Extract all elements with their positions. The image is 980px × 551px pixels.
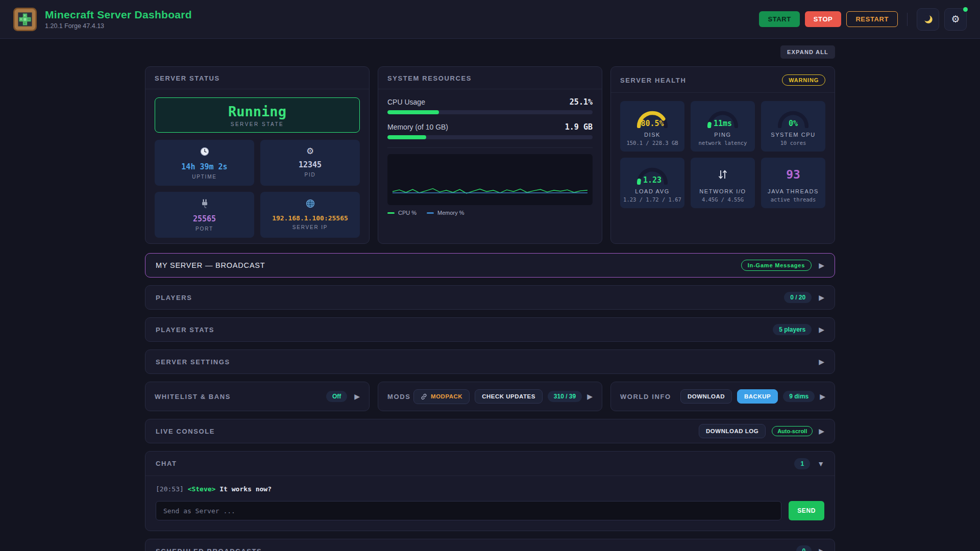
system-cpu-gauge-tile: 0% SYSTEM CPU 10 cores (761, 101, 825, 152)
chevron-right-icon[interactable]: ▶ (354, 393, 360, 400)
cpu-progress-fill (387, 110, 439, 114)
chevron-down-icon[interactable]: ▼ (817, 460, 824, 467)
memory-legend-swatch (427, 212, 434, 214)
uptime-tile: 14h 39m 2s UPTIME (155, 140, 254, 186)
modpack-button[interactable]: MODPACK (413, 389, 470, 404)
memory-label: Memory (of 10 GB) (387, 123, 448, 131)
disk-label: DISK (622, 132, 682, 138)
memory-legend-label: Memory % (437, 210, 464, 216)
load-avg-value: 1.23 (622, 176, 682, 185)
pid-label: PID (263, 172, 357, 178)
chat-title: CHAT (156, 460, 177, 467)
port-tile: 25565 PORT (155, 192, 254, 238)
header-divider (907, 13, 908, 26)
players-title: PLAYERS (156, 294, 192, 302)
download-log-button[interactable]: DOWNLOAD LOG (699, 424, 766, 438)
theme-toggle-button[interactable] (917, 8, 939, 31)
gear-icon: ⚙ (951, 14, 960, 24)
cpu-usage-value: 25.1% (570, 97, 593, 107)
app-header: Minecraft Server Dashboard 1.20.1 Forge … (0, 0, 980, 39)
system-resources-card: SYSTEM RESOURCES CPU Usage 25.1% Memory … (378, 66, 602, 244)
load-avg-sub: 1.23 / 1.72 / 1.67 (622, 196, 682, 203)
load-avg-gauge-tile: 1.23 LOAD AVG 1.23 / 1.72 / 1.67 (620, 158, 684, 208)
section-world-info[interactable]: WORLD INFO DOWNLOAD BACKUP 9 dims ▶ (610, 382, 835, 411)
server-version-label: 1.20.1 Forge 47.4.13 (45, 22, 192, 30)
pid-tile: ⚙ 12345 PID (260, 140, 360, 186)
restart-button[interactable]: RESTART (846, 11, 898, 27)
chevron-right-icon[interactable]: ▶ (819, 326, 824, 333)
server-ip-value: 192.168.1.100:25565 (263, 214, 357, 222)
chevron-right-icon[interactable]: ▶ (819, 428, 824, 435)
cpu-progress-bar (387, 110, 593, 114)
resources-chart-box (387, 154, 593, 205)
autoscroll-toggle[interactable]: Auto-scroll (772, 426, 813, 436)
chevron-right-icon[interactable]: ▶ (819, 358, 824, 365)
legend-item-cpu: CPU % (387, 210, 416, 216)
system-cpu-value: 0% (763, 119, 823, 128)
section-live-console[interactable]: LIVE CONSOLE DOWNLOAD LOG Auto-scroll ▶ (145, 419, 835, 443)
chat-input[interactable] (156, 501, 781, 520)
link-icon (421, 393, 427, 400)
section-scheduled-broadcasts[interactable]: SCHEDULED BROADCASTS 0 ▶ (145, 539, 835, 551)
broadcast-title: MY SERVER — BROADCAST (156, 261, 265, 269)
warning-badge: WARNING (782, 74, 825, 86)
resources-chart (393, 158, 587, 201)
java-threads-sub: active threads (763, 196, 823, 203)
player-stats-badge: 5 players (773, 324, 812, 335)
server-health-card: SERVER HEALTH WARNING 80.5% DISK (610, 66, 835, 244)
online-status-dot (963, 7, 968, 12)
uptime-value: 14h 39m 2s (158, 162, 251, 171)
chevron-right-icon[interactable]: ▶ (587, 393, 593, 400)
load-avg-label: LOAD AVG (622, 188, 682, 194)
server-state-box: Running SERVER STATE (155, 97, 360, 133)
server-state-value: Running (155, 104, 359, 119)
chat-message-player: <Steve> (188, 485, 216, 493)
mods-count-badge: 310 / 39 (548, 391, 582, 402)
port-value: 25565 (158, 214, 251, 223)
memory-progress-fill (387, 135, 426, 139)
send-button[interactable]: SEND (789, 501, 824, 520)
section-players[interactable]: PLAYERS 0 / 20 ▶ (145, 285, 835, 310)
start-button[interactable]: START (759, 11, 799, 27)
chevron-right-icon[interactable]: ▶ (819, 294, 824, 301)
chevron-right-icon[interactable]: ▶ (820, 393, 825, 400)
chat-message: [20:53] <Steve> It works now? (156, 485, 824, 493)
system-cpu-sub: 10 cores (763, 140, 823, 146)
check-updates-button[interactable]: CHECK UPDATES (475, 389, 543, 404)
cpu-legend-label: CPU % (398, 210, 416, 216)
player-stats-title: PLAYER STATS (156, 326, 214, 334)
uptime-label: UPTIME (158, 174, 251, 180)
java-threads-label: JAVA THREADS (763, 188, 823, 194)
network-io-label: NETWORK I/O (693, 188, 753, 194)
app-logo-crafting-table-icon (13, 8, 37, 31)
section-player-stats[interactable]: PLAYER STATS 5 players ▶ (145, 317, 835, 342)
section-whitelist-bans[interactable]: WHITELIST & BANS Off ▶ (145, 382, 370, 411)
settings-button[interactable]: ⚙ (944, 8, 967, 31)
section-server-settings[interactable]: SERVER SETTINGS ▶ (145, 349, 835, 374)
chart-legend: CPU % Memory % (387, 210, 593, 216)
download-world-button[interactable]: DOWNLOAD (680, 389, 732, 404)
whitelist-status-badge: Off (326, 391, 347, 402)
mods-title: MODS (387, 393, 410, 400)
chat-header[interactable]: CHAT 1 ▼ (145, 452, 835, 476)
server-settings-title: SERVER SETTINGS (156, 358, 230, 366)
chat-message-text: It works now? (219, 485, 272, 493)
section-broadcast[interactable]: MY SERVER — BROADCAST In-Game Messages ▶ (145, 253, 835, 278)
moon-icon (922, 14, 934, 25)
chevron-right-icon[interactable]: ▶ (819, 262, 824, 269)
section-mods[interactable]: MODS MODPACK CHECK UPDATES 310 / 39 ▶ (378, 382, 602, 411)
disk-sub: 150.1 / 228.3 GB (622, 140, 682, 146)
ping-sub: network latency (693, 140, 753, 146)
expand-all-button[interactable]: EXPAND ALL (780, 45, 835, 59)
whitelist-title: WHITELIST & BANS (155, 393, 231, 400)
system-resources-title: SYSTEM RESOURCES (387, 74, 472, 82)
memory-value: 1.9 GB (565, 122, 593, 132)
backup-button[interactable]: BACKUP (737, 389, 778, 404)
chevron-right-icon[interactable]: ▶ (819, 547, 824, 551)
network-io-icon (717, 167, 729, 182)
stop-button[interactable]: STOP (805, 11, 842, 27)
server-status-card: SERVER STATUS Running SERVER STATE 14h 3… (145, 66, 370, 244)
modpack-button-label: MODPACK (431, 393, 462, 399)
cpu-usage-label: CPU Usage (387, 98, 425, 106)
in-game-messages-badge: In-Game Messages (741, 260, 812, 271)
